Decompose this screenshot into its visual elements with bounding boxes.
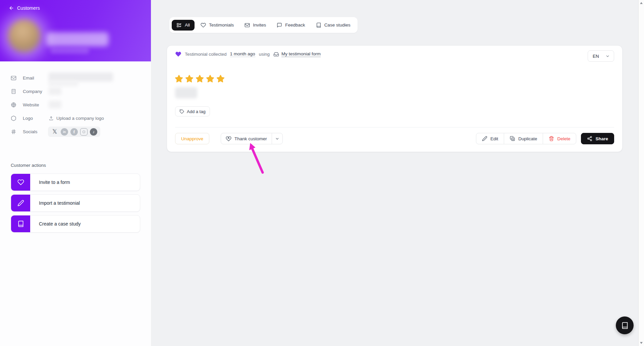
mail-icon (245, 22, 250, 28)
field-row-website: Website (11, 98, 140, 111)
create-case-study-button[interactable]: Create a case study (11, 215, 140, 233)
right-actions: Edit Duplicate Delete (476, 133, 614, 144)
star-icon (216, 74, 225, 84)
scrollbar-track[interactable] (638, 0, 644, 346)
tab-case-studies-label: Case studies (324, 22, 351, 28)
building-icon (11, 89, 16, 94)
tab-invites-label: Invites (253, 22, 266, 28)
chat-icon (277, 22, 282, 28)
card-actions-row: Unapprove Thank customer (175, 133, 614, 145)
add-tag-label: Add a tag (187, 109, 206, 114)
socials-pill: 𝕏 in f ♪ (48, 127, 100, 137)
invite-to-form-label: Invite to a form (39, 180, 70, 185)
collected-time[interactable]: 1 month ago (230, 51, 255, 57)
email-value-redacted (49, 72, 113, 82)
company-value-redacted (49, 87, 61, 95)
company-label: Company (23, 89, 42, 94)
heart-icon (175, 51, 181, 57)
star-icon (184, 74, 194, 84)
back-label: Customers (17, 5, 40, 11)
tab-invites[interactable]: Invites (240, 20, 271, 31)
unapprove-button[interactable]: Unapprove (175, 133, 209, 144)
share-label: Share (595, 136, 608, 141)
heart-icon (11, 174, 30, 191)
import-testimonial-button[interactable]: Import a testimonial (11, 194, 140, 212)
duplicate-button[interactable]: Duplicate (504, 133, 543, 144)
tag-icon (179, 109, 184, 114)
customer-fields: Email Company Website Logo (11, 71, 140, 138)
language-select[interactable]: EN (588, 50, 614, 62)
tiktok-icon[interactable]: ♪ (90, 128, 97, 136)
inbox-icon (273, 51, 279, 57)
logo-label: Logo (23, 116, 33, 121)
delete-label: Delete (557, 136, 570, 141)
field-row-email: Email (11, 71, 140, 85)
using-label: using (259, 52, 270, 57)
tab-feedback[interactable]: Feedback (272, 20, 310, 31)
field-row-company: Company (11, 85, 140, 98)
thank-customer-button[interactable]: Thank customer (221, 133, 272, 144)
testimonial-card-header: Testimonial collected 1 month ago using … (175, 51, 321, 57)
tab-feedback-label: Feedback (285, 22, 305, 28)
star-icon (205, 74, 215, 84)
customer-subtitle-redacted (50, 48, 89, 54)
customer-actions-title: Customer actions (11, 163, 46, 168)
customer-name-redacted (46, 32, 109, 46)
instagram-icon[interactable] (80, 128, 88, 136)
thank-customer-menu-button[interactable] (272, 133, 282, 144)
linkedin-icon[interactable]: in (61, 128, 68, 136)
testimonial-text-redacted (175, 87, 197, 98)
tab-case-studies[interactable]: Case studies (311, 20, 355, 31)
website-value-redacted (49, 101, 61, 108)
hash-icon (11, 129, 16, 135)
invite-to-form-button[interactable]: Invite to a form (11, 174, 140, 191)
customer-sidebar: Customers Email Company Website (0, 0, 151, 346)
email-label: Email (23, 76, 34, 81)
star-icon (195, 74, 205, 84)
delete-button[interactable]: Delete (543, 133, 576, 144)
heart-icon (201, 22, 206, 28)
copy-plus-icon (510, 136, 515, 141)
avatar (8, 19, 40, 52)
heart-handshake-icon (226, 136, 231, 142)
create-case-study-label: Create a case study (39, 221, 81, 227)
customer-actions: Invite to a form Import a testimonial Cr… (11, 174, 140, 236)
duplicate-label: Duplicate (518, 136, 537, 141)
hexagon-icon (11, 115, 16, 121)
back-to-customers-link[interactable]: Customers (9, 5, 40, 11)
star-icon (174, 74, 184, 84)
tab-testimonials[interactable]: Testimonials (196, 20, 238, 31)
upload-company-logo-button[interactable]: Upload a company logo (49, 116, 104, 121)
mail-icon (11, 75, 16, 81)
share-icon (587, 136, 592, 141)
facebook-icon[interactable]: f (70, 128, 78, 136)
chevron-down-icon (605, 54, 610, 58)
book-open-icon (621, 322, 629, 329)
edit-button[interactable]: Edit (476, 133, 504, 144)
tab-all[interactable]: All (172, 20, 195, 31)
add-tag-button[interactable]: Add a tag (175, 106, 210, 116)
field-row-logo: Logo Upload a company logo (11, 111, 140, 125)
edit-duplicate-delete-group: Edit Duplicate Delete (476, 133, 577, 144)
tab-all-label: All (185, 22, 190, 28)
share-button[interactable]: Share (581, 133, 614, 144)
testimonial-card: Testimonial collected 1 month ago using … (167, 45, 623, 152)
card-divider (175, 127, 614, 128)
scroll-up-arrow-icon[interactable] (640, 2, 643, 4)
language-value: EN (593, 54, 599, 59)
chevron-down-icon (275, 137, 279, 141)
arrow-left-icon (9, 5, 14, 11)
x-twitter-icon[interactable]: 𝕏 (51, 128, 58, 136)
import-testimonial-label: Import a testimonial (39, 200, 80, 206)
pencil-icon (11, 194, 30, 212)
field-row-socials: Socials 𝕏 in f ♪ (11, 125, 140, 138)
collected-label: Testimonial collected (185, 52, 227, 57)
main-content: All Testimonials Invites Feedback Case s… (151, 0, 638, 346)
globe-icon (11, 102, 16, 108)
form-name: My testimonial form (281, 51, 321, 57)
thank-customer-split-button: Thank customer (221, 133, 283, 144)
help-docs-button[interactable] (616, 316, 634, 334)
scroll-down-arrow-icon[interactable] (640, 342, 643, 344)
testimonial-form-link[interactable]: My testimonial form (273, 51, 321, 57)
book-icon (316, 22, 321, 28)
